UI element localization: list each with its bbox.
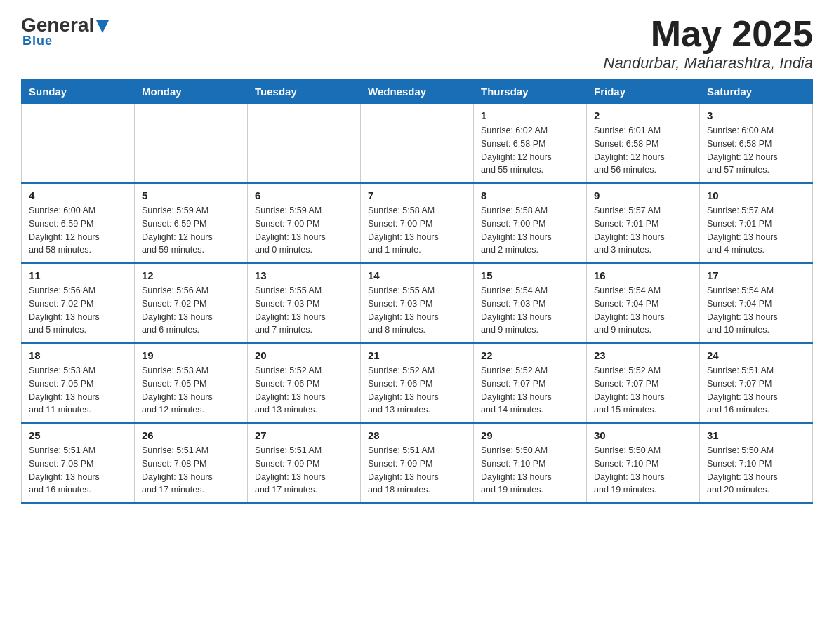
logo-blue-text: Blue	[22, 34, 109, 48]
day-info: Sunrise: 5:56 AM Sunset: 7:02 PM Dayligh…	[142, 284, 240, 337]
day-info: Sunrise: 5:51 AM Sunset: 7:09 PM Dayligh…	[368, 444, 466, 497]
day-info: Sunrise: 5:59 AM Sunset: 6:59 PM Dayligh…	[142, 204, 240, 257]
calendar-cell-w5-d1: 25Sunrise: 5:51 AM Sunset: 7:08 PM Dayli…	[22, 423, 135, 503]
day-number: 24	[707, 349, 805, 361]
calendar-cell-w4-d5: 22Sunrise: 5:52 AM Sunset: 7:07 PM Dayli…	[474, 343, 587, 423]
day-info: Sunrise: 5:51 AM Sunset: 7:08 PM Dayligh…	[142, 444, 240, 497]
day-number: 29	[481, 429, 579, 441]
calendar-cell-w1-d7: 3Sunrise: 6:00 AM Sunset: 6:58 PM Daylig…	[700, 104, 813, 184]
calendar-cell-w3-d2: 12Sunrise: 5:56 AM Sunset: 7:02 PM Dayli…	[135, 263, 248, 343]
calendar-cell-w1-d5: 1Sunrise: 6:02 AM Sunset: 6:58 PM Daylig…	[474, 104, 587, 184]
col-tuesday: Tuesday	[248, 80, 361, 104]
col-thursday: Thursday	[474, 80, 587, 104]
day-info: Sunrise: 5:52 AM Sunset: 7:06 PM Dayligh…	[255, 364, 353, 417]
calendar-cell-w1-d2	[135, 104, 248, 184]
day-number: 5	[142, 189, 240, 201]
day-number: 31	[707, 429, 805, 441]
day-number: 12	[142, 269, 240, 281]
calendar-cell-w2-d6: 9Sunrise: 5:57 AM Sunset: 7:01 PM Daylig…	[587, 183, 700, 263]
calendar-cell-w2-d5: 8Sunrise: 5:58 AM Sunset: 7:00 PM Daylig…	[474, 183, 587, 263]
calendar-cell-w5-d6: 30Sunrise: 5:50 AM Sunset: 7:10 PM Dayli…	[587, 423, 700, 503]
calendar-cell-w4-d2: 19Sunrise: 5:53 AM Sunset: 7:05 PM Dayli…	[135, 343, 248, 423]
calendar-cell-w3-d4: 14Sunrise: 5:55 AM Sunset: 7:03 PM Dayli…	[361, 263, 474, 343]
day-number: 18	[29, 349, 127, 361]
calendar-cell-w4-d6: 23Sunrise: 5:52 AM Sunset: 7:07 PM Dayli…	[587, 343, 700, 423]
day-number: 22	[481, 349, 579, 361]
day-info: Sunrise: 6:00 AM Sunset: 6:58 PM Dayligh…	[707, 124, 805, 177]
calendar-cell-w5-d4: 28Sunrise: 5:51 AM Sunset: 7:09 PM Dayli…	[361, 423, 474, 503]
calendar-week-row-4: 18Sunrise: 5:53 AM Sunset: 7:05 PM Dayli…	[22, 343, 813, 423]
calendar-header-row: Sunday Monday Tuesday Wednesday Thursday…	[22, 80, 813, 104]
calendar-cell-w1-d6: 2Sunrise: 6:01 AM Sunset: 6:58 PM Daylig…	[587, 104, 700, 184]
day-number: 6	[255, 189, 353, 201]
day-number: 14	[368, 269, 466, 281]
page-header: General Blue May 2025 Nandurbar, Maharas…	[21, 14, 813, 72]
col-saturday: Saturday	[700, 80, 813, 104]
day-info: Sunrise: 5:52 AM Sunset: 7:07 PM Dayligh…	[481, 364, 579, 417]
calendar-table: Sunday Monday Tuesday Wednesday Thursday…	[21, 79, 813, 504]
day-info: Sunrise: 5:56 AM Sunset: 7:02 PM Dayligh…	[29, 284, 127, 337]
day-info: Sunrise: 5:54 AM Sunset: 7:04 PM Dayligh…	[594, 284, 692, 337]
day-info: Sunrise: 5:59 AM Sunset: 7:00 PM Dayligh…	[255, 204, 353, 257]
calendar-week-row-2: 4Sunrise: 6:00 AM Sunset: 6:59 PM Daylig…	[22, 183, 813, 263]
day-number: 28	[368, 429, 466, 441]
logo-triangle-icon	[96, 20, 109, 34]
col-sunday: Sunday	[22, 80, 135, 104]
calendar-cell-w4-d1: 18Sunrise: 5:53 AM Sunset: 7:05 PM Dayli…	[22, 343, 135, 423]
day-number: 21	[368, 349, 466, 361]
calendar-cell-w1-d3	[248, 104, 361, 184]
calendar-cell-w1-d4	[361, 104, 474, 184]
calendar-cell-w2-d2: 5Sunrise: 5:59 AM Sunset: 6:59 PM Daylig…	[135, 183, 248, 263]
calendar-cell-w4-d7: 24Sunrise: 5:51 AM Sunset: 7:07 PM Dayli…	[700, 343, 813, 423]
col-friday: Friday	[587, 80, 700, 104]
location-title: Nandurbar, Maharashtra, India	[604, 54, 813, 72]
day-info: Sunrise: 5:52 AM Sunset: 7:06 PM Dayligh…	[368, 364, 466, 417]
day-info: Sunrise: 5:50 AM Sunset: 7:10 PM Dayligh…	[707, 444, 805, 497]
day-number: 1	[481, 109, 579, 121]
day-number: 10	[707, 189, 805, 201]
day-info: Sunrise: 5:51 AM Sunset: 7:07 PM Dayligh…	[707, 364, 805, 417]
day-info: Sunrise: 6:02 AM Sunset: 6:58 PM Dayligh…	[481, 124, 579, 177]
day-info: Sunrise: 5:53 AM Sunset: 7:05 PM Dayligh…	[142, 364, 240, 417]
day-number: 23	[594, 349, 692, 361]
day-number: 9	[594, 189, 692, 201]
calendar-cell-w5-d3: 27Sunrise: 5:51 AM Sunset: 7:09 PM Dayli…	[248, 423, 361, 503]
month-title: May 2025	[604, 14, 813, 54]
day-info: Sunrise: 5:54 AM Sunset: 7:04 PM Dayligh…	[707, 284, 805, 337]
calendar-cell-w4-d4: 21Sunrise: 5:52 AM Sunset: 7:06 PM Dayli…	[361, 343, 474, 423]
day-number: 26	[142, 429, 240, 441]
day-number: 11	[29, 269, 127, 281]
calendar-cell-w5-d7: 31Sunrise: 5:50 AM Sunset: 7:10 PM Dayli…	[700, 423, 813, 503]
day-number: 16	[594, 269, 692, 281]
calendar-cell-w5-d2: 26Sunrise: 5:51 AM Sunset: 7:08 PM Dayli…	[135, 423, 248, 503]
day-number: 19	[142, 349, 240, 361]
col-monday: Monday	[135, 80, 248, 104]
calendar-cell-w2-d7: 10Sunrise: 5:57 AM Sunset: 7:01 PM Dayli…	[700, 183, 813, 263]
day-number: 2	[594, 109, 692, 121]
day-info: Sunrise: 5:58 AM Sunset: 7:00 PM Dayligh…	[368, 204, 466, 257]
col-wednesday: Wednesday	[361, 80, 474, 104]
day-info: Sunrise: 5:57 AM Sunset: 7:01 PM Dayligh…	[594, 204, 692, 257]
calendar-week-row-3: 11Sunrise: 5:56 AM Sunset: 7:02 PM Dayli…	[22, 263, 813, 343]
day-number: 27	[255, 429, 353, 441]
day-info: Sunrise: 6:01 AM Sunset: 6:58 PM Dayligh…	[594, 124, 692, 177]
day-info: Sunrise: 6:00 AM Sunset: 6:59 PM Dayligh…	[29, 204, 127, 257]
day-info: Sunrise: 5:53 AM Sunset: 7:05 PM Dayligh…	[29, 364, 127, 417]
day-info: Sunrise: 5:51 AM Sunset: 7:09 PM Dayligh…	[255, 444, 353, 497]
day-info: Sunrise: 5:57 AM Sunset: 7:01 PM Dayligh…	[707, 204, 805, 257]
calendar-week-row-5: 25Sunrise: 5:51 AM Sunset: 7:08 PM Dayli…	[22, 423, 813, 503]
day-number: 7	[368, 189, 466, 201]
day-number: 13	[255, 269, 353, 281]
day-info: Sunrise: 5:50 AM Sunset: 7:10 PM Dayligh…	[481, 444, 579, 497]
logo: General Blue	[21, 14, 109, 48]
calendar-cell-w1-d1	[22, 104, 135, 184]
day-number: 30	[594, 429, 692, 441]
day-number: 20	[255, 349, 353, 361]
calendar-week-row-1: 1Sunrise: 6:02 AM Sunset: 6:58 PM Daylig…	[22, 104, 813, 184]
day-info: Sunrise: 5:58 AM Sunset: 7:00 PM Dayligh…	[481, 204, 579, 257]
day-info: Sunrise: 5:55 AM Sunset: 7:03 PM Dayligh…	[255, 284, 353, 337]
day-info: Sunrise: 5:51 AM Sunset: 7:08 PM Dayligh…	[29, 444, 127, 497]
day-info: Sunrise: 5:50 AM Sunset: 7:10 PM Dayligh…	[594, 444, 692, 497]
calendar-cell-w3-d1: 11Sunrise: 5:56 AM Sunset: 7:02 PM Dayli…	[22, 263, 135, 343]
day-info: Sunrise: 5:55 AM Sunset: 7:03 PM Dayligh…	[368, 284, 466, 337]
